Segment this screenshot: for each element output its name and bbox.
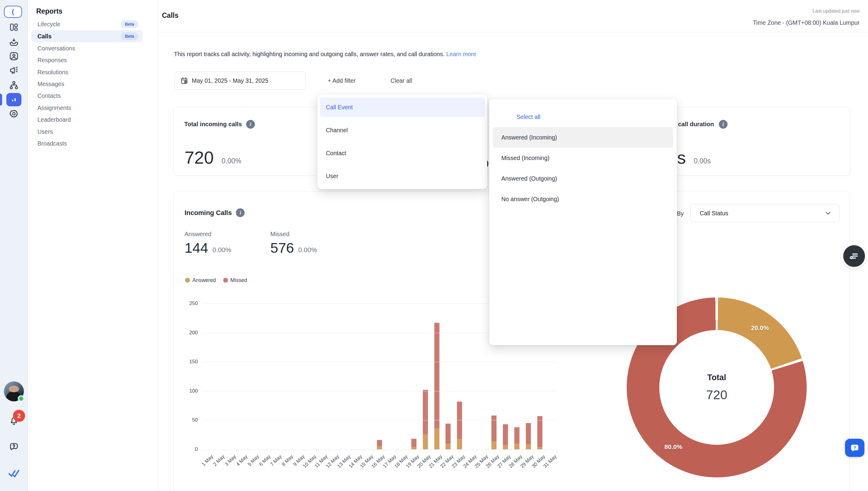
reports-icon[interactable] xyxy=(6,93,22,106)
beta-badge: Beta xyxy=(121,32,138,40)
nav-item-responses[interactable]: Responses xyxy=(31,54,143,66)
last-updated-text: Last updated just now xyxy=(812,8,860,14)
x-tick xyxy=(431,449,431,452)
x-tick xyxy=(351,449,351,452)
bar-segment xyxy=(491,415,496,441)
option-no-answer-outgoing[interactable]: No answer (Outgoing) xyxy=(493,189,673,209)
x-tick xyxy=(317,449,317,452)
contacts-icon[interactable] xyxy=(7,50,21,63)
select-all-option[interactable]: Select all xyxy=(517,114,540,120)
y-axis-label: 0 xyxy=(180,446,198,452)
nav-item-calls[interactable]: CallsBeta xyxy=(31,30,143,42)
legend-dot xyxy=(223,278,228,283)
bar-segment xyxy=(503,445,508,449)
x-tick xyxy=(340,449,340,452)
answered-stat: Answered 144 0.00% xyxy=(184,231,231,255)
calendar-icon xyxy=(180,77,188,85)
bar-segment xyxy=(514,427,519,443)
page-header xyxy=(158,0,868,32)
bar-segment xyxy=(434,428,439,449)
bar-segment xyxy=(377,440,382,446)
nav-item-messages[interactable]: Messages xyxy=(31,78,143,90)
menu-item-call-event[interactable]: Call Event xyxy=(320,97,485,117)
page-title: Calls xyxy=(162,11,178,20)
x-tick xyxy=(328,449,328,452)
menu-item-user[interactable]: User xyxy=(320,166,485,186)
group-by-label-partial: By xyxy=(677,210,684,217)
x-tick xyxy=(419,449,420,452)
option-answered-outgoing[interactable]: Answered (Outgoing) xyxy=(493,168,673,189)
reports-nav-panel: Reports LifecycleBeta CallsBeta Conversa… xyxy=(28,0,158,491)
stat-value: 720 xyxy=(184,149,214,166)
bar-segment xyxy=(503,424,508,445)
x-tick xyxy=(385,449,385,452)
megaphone-icon[interactable] xyxy=(7,64,21,77)
calls-report-page: ( 2 xyxy=(0,0,868,491)
donut-slice-label: 20.0% xyxy=(751,324,769,331)
x-tick xyxy=(374,449,374,452)
nav-item-conversations[interactable]: Conversations xyxy=(31,42,143,54)
group-by-select[interactable]: Call Status xyxy=(690,204,840,222)
call-event-options-menu: Select all Answered (Incoming) Missed (I… xyxy=(489,99,677,345)
nav-item-contacts[interactable]: Contacts xyxy=(31,90,143,102)
x-axis-label: 6 May xyxy=(258,454,271,467)
menu-item-channel[interactable]: Channel xyxy=(320,120,485,140)
x-tick xyxy=(465,449,466,452)
x-tick xyxy=(397,449,397,452)
report-description: This report tracks call activity, highli… xyxy=(174,51,476,58)
x-tick xyxy=(477,449,477,452)
bar-segment xyxy=(491,441,496,449)
date-range-button[interactable]: May 01, 2025 - May 31, 2025 xyxy=(175,71,306,90)
nav-item-users[interactable]: Users xyxy=(31,126,143,138)
gridline xyxy=(202,391,557,392)
learn-more-link[interactable]: Learn more xyxy=(446,51,476,57)
nav-item-assignments[interactable]: Assignments xyxy=(31,102,143,114)
nav-item-resolutions[interactable]: Resolutions xyxy=(31,66,143,78)
x-tick xyxy=(511,449,511,452)
dashboard-icon[interactable] xyxy=(7,21,21,34)
x-tick xyxy=(522,449,523,452)
chart-legend: AnsweredMissed xyxy=(185,277,247,284)
bar-segment xyxy=(514,443,519,449)
support-chat-fab[interactable]: ? xyxy=(845,439,864,457)
bar-segment xyxy=(526,444,531,449)
help-icon[interactable] xyxy=(7,440,21,453)
x-axis-label: 1 May xyxy=(201,454,214,467)
option-answered-incoming[interactable]: Answered (Incoming) xyxy=(493,127,673,148)
info-icon[interactable]: i xyxy=(236,208,244,217)
x-tick xyxy=(202,449,202,452)
nav-item-lifecycle[interactable]: LifecycleBeta xyxy=(31,18,143,30)
x-tick xyxy=(408,449,408,452)
stat-change: 0.00% xyxy=(222,157,241,166)
x-tick xyxy=(499,449,500,452)
bar-segment xyxy=(445,424,451,443)
menu-item-contact[interactable]: Contact xyxy=(320,143,485,163)
info-icon[interactable]: i xyxy=(719,120,728,128)
bar-segment xyxy=(377,446,382,449)
clear-all-button[interactable]: Clear all xyxy=(390,71,412,90)
active-nav-indicator xyxy=(0,94,2,106)
bar-segment xyxy=(411,447,416,449)
nav-item-broadcasts[interactable]: Broadcasts xyxy=(31,137,143,149)
bar-segment xyxy=(457,439,462,449)
chat-question-icon: ? xyxy=(849,442,861,453)
workflows-icon[interactable] xyxy=(7,79,21,92)
x-tick xyxy=(363,449,363,452)
info-icon[interactable]: i xyxy=(246,120,255,128)
x-tick xyxy=(248,449,248,452)
stat-title-partial: call duration xyxy=(678,121,714,128)
option-missed-incoming[interactable]: Missed (Incoming) xyxy=(493,148,673,168)
bar-segment xyxy=(445,443,451,449)
bar-segment xyxy=(423,434,428,449)
x-tick xyxy=(270,449,271,452)
add-filter-button[interactable]: + Add filter xyxy=(328,71,356,90)
nav-item-leaderboard[interactable]: Leaderboard xyxy=(31,114,143,126)
timezone-text: Time Zone - (GMT+08:00) Kuala Lumpur xyxy=(753,19,860,26)
x-axis-label: 8 May xyxy=(281,454,294,467)
settings-gear-icon[interactable] xyxy=(7,108,21,121)
gridline xyxy=(202,362,557,362)
workspace-logo[interactable]: ( xyxy=(4,6,22,18)
x-tick xyxy=(442,449,443,452)
report-settings-fab[interactable] xyxy=(843,245,865,267)
inbox-icon[interactable] xyxy=(7,35,21,49)
